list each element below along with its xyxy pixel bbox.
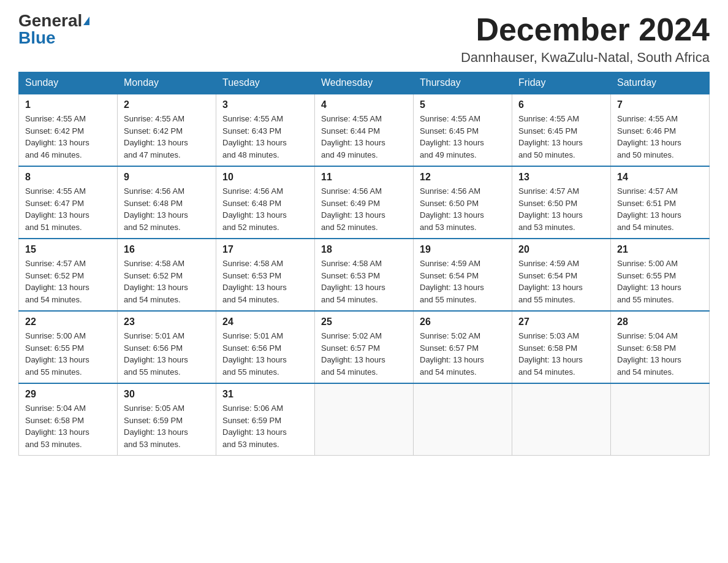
- day-number: 29: [25, 389, 111, 400]
- day-number: 12: [420, 172, 506, 183]
- calendar-cell: 5Sunrise: 4:55 AMSunset: 6:45 PMDaylight…: [414, 94, 512, 166]
- day-number: 27: [518, 316, 604, 327]
- calendar-week-row-2: 8Sunrise: 4:55 AMSunset: 6:47 PMDaylight…: [19, 166, 710, 239]
- calendar-header-sunday: Sunday: [19, 72, 118, 94]
- calendar-cell: 30Sunrise: 5:05 AMSunset: 6:59 PMDayligh…: [118, 383, 216, 456]
- calendar-cell: 8Sunrise: 4:55 AMSunset: 6:47 PMDaylight…: [19, 166, 118, 239]
- day-info: Sunrise: 4:58 AMSunset: 6:53 PMDaylight:…: [222, 258, 308, 305]
- calendar-cell: 18Sunrise: 4:58 AMSunset: 6:53 PMDayligh…: [315, 239, 414, 311]
- calendar-cell: 7Sunrise: 4:55 AMSunset: 6:46 PMDaylight…: [611, 94, 710, 166]
- day-info: Sunrise: 4:58 AMSunset: 6:53 PMDaylight:…: [321, 258, 407, 305]
- calendar-header-tuesday: Tuesday: [216, 72, 315, 94]
- day-info: Sunrise: 5:04 AMSunset: 6:58 PMDaylight:…: [617, 330, 703, 378]
- calendar-cell: 10Sunrise: 4:56 AMSunset: 6:48 PMDayligh…: [216, 166, 315, 239]
- calendar-cell: 15Sunrise: 4:57 AMSunset: 6:52 PMDayligh…: [19, 239, 118, 311]
- day-info: Sunrise: 4:59 AMSunset: 6:54 PMDaylight:…: [518, 258, 604, 305]
- calendar-cell: 22Sunrise: 5:00 AMSunset: 6:55 PMDayligh…: [19, 311, 118, 383]
- calendar-cell: 28Sunrise: 5:04 AMSunset: 6:58 PMDayligh…: [611, 311, 710, 383]
- calendar-cell: 1Sunrise: 4:55 AMSunset: 6:42 PMDaylight…: [19, 94, 118, 166]
- calendar-cell: 25Sunrise: 5:02 AMSunset: 6:57 PMDayligh…: [315, 311, 414, 383]
- location-title: Dannhauser, KwaZulu-Natal, South Africa: [461, 50, 710, 66]
- day-info: Sunrise: 5:02 AMSunset: 6:57 PMDaylight:…: [420, 330, 506, 378]
- day-info: Sunrise: 5:01 AMSunset: 6:56 PMDaylight:…: [124, 330, 210, 378]
- day-number: 5: [420, 99, 506, 110]
- day-number: 2: [124, 99, 210, 110]
- calendar-cell: 13Sunrise: 4:57 AMSunset: 6:50 PMDayligh…: [512, 166, 611, 239]
- calendar-cell: 19Sunrise: 4:59 AMSunset: 6:54 PMDayligh…: [414, 239, 512, 311]
- day-number: 20: [518, 244, 604, 255]
- day-info: Sunrise: 5:01 AMSunset: 6:56 PMDaylight:…: [222, 330, 308, 378]
- calendar-cell: 20Sunrise: 4:59 AMSunset: 6:54 PMDayligh…: [512, 239, 611, 311]
- calendar-header-row: SundayMondayTuesdayWednesdayThursdayFrid…: [19, 72, 710, 94]
- calendar-cell: 9Sunrise: 4:56 AMSunset: 6:48 PMDaylight…: [118, 166, 216, 239]
- calendar-week-row-3: 15Sunrise: 4:57 AMSunset: 6:52 PMDayligh…: [19, 239, 710, 311]
- day-info: Sunrise: 4:56 AMSunset: 6:48 PMDaylight:…: [124, 185, 210, 233]
- day-number: 28: [617, 316, 703, 327]
- calendar-cell: 17Sunrise: 4:58 AMSunset: 6:53 PMDayligh…: [216, 239, 315, 311]
- day-number: 6: [518, 99, 604, 110]
- title-block: December 2024 Dannhauser, KwaZulu-Natal,…: [461, 12, 710, 66]
- calendar-cell: 6Sunrise: 4:55 AMSunset: 6:45 PMDaylight…: [512, 94, 611, 166]
- calendar-cell: 12Sunrise: 4:56 AMSunset: 6:50 PMDayligh…: [414, 166, 512, 239]
- calendar-week-row-1: 1Sunrise: 4:55 AMSunset: 6:42 PMDaylight…: [19, 94, 710, 166]
- page-header: General Blue December 2024 Dannhauser, K…: [18, 12, 710, 66]
- day-info: Sunrise: 4:55 AMSunset: 6:42 PMDaylight:…: [25, 113, 111, 161]
- calendar-week-row-4: 22Sunrise: 5:00 AMSunset: 6:55 PMDayligh…: [19, 311, 710, 383]
- calendar-cell: 14Sunrise: 4:57 AMSunset: 6:51 PMDayligh…: [611, 166, 710, 239]
- day-number: 16: [124, 244, 210, 255]
- day-number: 11: [321, 172, 407, 183]
- calendar-header-monday: Monday: [118, 72, 216, 94]
- day-number: 25: [321, 316, 407, 327]
- day-info: Sunrise: 4:57 AMSunset: 6:51 PMDaylight:…: [617, 185, 703, 233]
- calendar-cell: [414, 383, 512, 456]
- day-info: Sunrise: 4:55 AMSunset: 6:43 PMDaylight:…: [222, 113, 308, 161]
- calendar-cell: [315, 383, 414, 456]
- day-info: Sunrise: 5:03 AMSunset: 6:58 PMDaylight:…: [518, 330, 604, 378]
- calendar-cell: 27Sunrise: 5:03 AMSunset: 6:58 PMDayligh…: [512, 311, 611, 383]
- calendar-cell: [512, 383, 611, 456]
- day-number: 10: [222, 172, 308, 183]
- calendar-cell: 29Sunrise: 5:04 AMSunset: 6:58 PMDayligh…: [19, 383, 118, 456]
- calendar-cell: 4Sunrise: 4:55 AMSunset: 6:44 PMDaylight…: [315, 94, 414, 166]
- day-info: Sunrise: 5:05 AMSunset: 6:59 PMDaylight:…: [124, 402, 210, 450]
- calendar-header-wednesday: Wednesday: [315, 72, 414, 94]
- day-number: 13: [518, 172, 604, 183]
- day-info: Sunrise: 4:57 AMSunset: 6:52 PMDaylight:…: [25, 258, 111, 305]
- day-info: Sunrise: 4:55 AMSunset: 6:42 PMDaylight:…: [124, 113, 210, 161]
- day-info: Sunrise: 4:56 AMSunset: 6:49 PMDaylight:…: [321, 185, 407, 233]
- calendar-header-saturday: Saturday: [611, 72, 710, 94]
- day-info: Sunrise: 5:06 AMSunset: 6:59 PMDaylight:…: [222, 402, 308, 450]
- day-info: Sunrise: 5:00 AMSunset: 6:55 PMDaylight:…: [617, 258, 703, 305]
- day-info: Sunrise: 4:55 AMSunset: 6:46 PMDaylight:…: [617, 113, 703, 161]
- calendar-table: SundayMondayTuesdayWednesdayThursdayFrid…: [18, 72, 710, 456]
- day-info: Sunrise: 4:55 AMSunset: 6:45 PMDaylight:…: [518, 113, 604, 161]
- day-info: Sunrise: 5:00 AMSunset: 6:55 PMDaylight:…: [25, 330, 111, 378]
- day-info: Sunrise: 4:56 AMSunset: 6:50 PMDaylight:…: [420, 185, 506, 233]
- day-number: 23: [124, 316, 210, 327]
- day-number: 3: [222, 99, 308, 110]
- day-number: 24: [222, 316, 308, 327]
- calendar-cell: 2Sunrise: 4:55 AMSunset: 6:42 PMDaylight…: [118, 94, 216, 166]
- logo-triangle-icon: [83, 17, 89, 25]
- day-info: Sunrise: 5:04 AMSunset: 6:58 PMDaylight:…: [25, 402, 111, 450]
- day-number: 26: [420, 316, 506, 327]
- day-info: Sunrise: 4:55 AMSunset: 6:45 PMDaylight:…: [420, 113, 506, 161]
- day-info: Sunrise: 4:55 AMSunset: 6:47 PMDaylight:…: [25, 185, 111, 233]
- calendar-cell: 16Sunrise: 4:58 AMSunset: 6:52 PMDayligh…: [118, 239, 216, 311]
- day-number: 1: [25, 99, 111, 110]
- calendar-cell: 3Sunrise: 4:55 AMSunset: 6:43 PMDaylight…: [216, 94, 315, 166]
- day-number: 7: [617, 99, 703, 110]
- day-number: 22: [25, 316, 111, 327]
- day-info: Sunrise: 4:59 AMSunset: 6:54 PMDaylight:…: [420, 258, 506, 305]
- calendar-cell: 21Sunrise: 5:00 AMSunset: 6:55 PMDayligh…: [611, 239, 710, 311]
- calendar-header-friday: Friday: [512, 72, 611, 94]
- day-number: 15: [25, 244, 111, 255]
- day-number: 19: [420, 244, 506, 255]
- day-number: 21: [617, 244, 703, 255]
- calendar-week-row-5: 29Sunrise: 5:04 AMSunset: 6:58 PMDayligh…: [19, 383, 710, 456]
- day-number: 31: [222, 389, 308, 400]
- calendar-cell: 31Sunrise: 5:06 AMSunset: 6:59 PMDayligh…: [216, 383, 315, 456]
- calendar-cell: 24Sunrise: 5:01 AMSunset: 6:56 PMDayligh…: [216, 311, 315, 383]
- day-number: 17: [222, 244, 308, 255]
- day-number: 9: [124, 172, 210, 183]
